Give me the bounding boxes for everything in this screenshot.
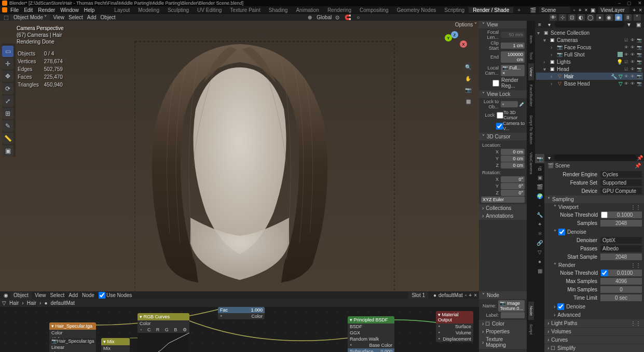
node-object-dropdown[interactable]: Object (10, 292, 32, 299)
outliner-search[interactable] (555, 21, 624, 27)
tab-facebuilder[interactable]: FaceBuilder (528, 80, 534, 111)
window-minimize[interactable]: – (618, 1, 621, 6)
startsample[interactable]: 2048 (600, 254, 642, 260)
node-imgtex2[interactable]: 📷 Hair_Specular.tga Linear Flat Repeat V… (49, 338, 96, 352)
orient-icon[interactable]: ⊕ (306, 14, 313, 21)
ws-sculpting[interactable]: Sculpting (163, 7, 193, 13)
mat-sphere-icon[interactable]: ● (433, 292, 436, 298)
ws-modeling[interactable]: Modeling (134, 7, 163, 13)
denoise-vp-section[interactable]: ˅ Denoise (544, 228, 644, 236)
node-color-header[interactable]: › ☐ Color (479, 320, 527, 328)
tool-rotate[interactable]: ⟳ (2, 83, 13, 94)
tab-view[interactable]: View (528, 63, 534, 80)
ptab-physics[interactable]: ⚛ (535, 229, 544, 238)
ws-layout[interactable]: Layout (110, 7, 134, 13)
node-tab-script[interactable]: Script (528, 320, 534, 339)
window-maximize[interactable]: ▢ (627, 1, 632, 6)
ol-cameras[interactable]: ▾▣Cameras☑👁📷 (536, 36, 643, 44)
localcam-value[interactable]: 📷 Full... × (501, 65, 525, 76)
euler-mode[interactable]: XYZ Euler (481, 196, 525, 203)
tool-select-box[interactable]: ▭ (2, 46, 13, 57)
editor-type-icon[interactable]: ⬚ (2, 14, 9, 21)
tool-transform[interactable]: ⊞ (2, 108, 13, 119)
tool-scale[interactable]: ⤢ (2, 95, 13, 107)
ptab-viewlayer[interactable]: ▣ (535, 173, 544, 182)
shader-editor-icon[interactable]: ◉ (2, 291, 9, 299)
menu-render[interactable]: Render (38, 7, 55, 13)
passes[interactable]: Albedo (600, 245, 642, 252)
bc-hair1[interactable]: Hair (9, 300, 19, 306)
minsamples[interactable]: 0 (600, 286, 642, 293)
orient-label[interactable]: Global (317, 15, 332, 20)
outliner-filter-icon[interactable]: ▼ (625, 21, 633, 28)
ptab-texture[interactable]: ▦ (535, 266, 544, 275)
node-view[interactable]: View (35, 292, 46, 298)
xray-icon[interactable]: ◐ (578, 14, 585, 21)
pause-icon[interactable]: ⏸ (624, 14, 632, 21)
mat-name[interactable]: defaultMat (439, 292, 463, 298)
denoiser[interactable]: OptiX (600, 237, 642, 244)
viewport-subsection[interactable]: ˅ Viewport⋮⋮ (544, 203, 644, 211)
vp-view[interactable]: View (53, 15, 64, 20)
tab-scriptbtn[interactable]: Script To Button (528, 111, 534, 148)
viewlayer-input[interactable] (598, 7, 629, 13)
node-name-value[interactable]: 📷 Image Texture.0... (498, 300, 525, 312)
ws-render[interactable]: Rendering (323, 7, 355, 13)
outliner-display-icon[interactable]: ▾ (545, 21, 553, 28)
cursor-x[interactable]: 0 cm (501, 149, 525, 155)
view-panel-header[interactable]: ˅ View (479, 21, 527, 29)
ol-hair[interactable]: ›▽Hair🔧▽👁👁📷 (536, 73, 643, 80)
tool-measure[interactable]: 📏 (2, 133, 13, 144)
node-select[interactable]: Select (50, 292, 64, 298)
outliner-new-coll-icon[interactable]: ▣ (635, 21, 642, 28)
menu-window[interactable]: Window (60, 7, 79, 13)
node-fac-row[interactable]: Fac1.000 Color (218, 307, 265, 319)
cursor-y[interactable]: 0 cm (501, 156, 525, 162)
ptab-render[interactable]: 📷 (535, 154, 544, 163)
vp-noise-check[interactable] (601, 212, 608, 218)
rot-x[interactable]: 0° (501, 176, 525, 182)
clipend-value[interactable]: 100000 cm (501, 51, 525, 63)
node-node[interactable]: Node (82, 292, 94, 298)
vp-select[interactable]: Select (68, 15, 83, 20)
rn-denoise-check[interactable] (557, 303, 564, 310)
sel-visibility-icon[interactable]: 👁 (550, 14, 557, 21)
node-matoutput[interactable]: ▾ Material Output Surface Volume Displac… (436, 311, 473, 342)
ws-comp[interactable]: Compositing (355, 7, 393, 13)
solid-icon[interactable]: ● (596, 14, 604, 21)
pan-icon[interactable]: ✋ (463, 74, 473, 83)
outliner-icon[interactable]: ≡ (536, 21, 543, 28)
ol-basehead[interactable]: ›▽Base Head▽👁👁📷 (536, 80, 643, 87)
wireframe-icon[interactable]: ◯ (587, 14, 594, 21)
featureset[interactable]: Supported (600, 179, 642, 186)
lockto-eyedrop-icon[interactable]: 💉 (519, 102, 525, 107)
tool-cursor[interactable]: ✛ (2, 58, 13, 69)
curves-section[interactable]: › Curves (544, 336, 644, 344)
rn-noise-check[interactable] (601, 270, 608, 276)
tab-item[interactable]: Item (528, 31, 534, 48)
lockto-value[interactable]: ▫ (501, 101, 518, 107)
lightpaths-section[interactable]: › Light Paths⋮⋮ (544, 319, 644, 327)
tab-tool[interactable]: Tool (528, 48, 534, 64)
ptab-mesh[interactable]: ▽ (535, 247, 544, 257)
rendered-icon[interactable]: ◉ (615, 14, 622, 21)
tool-add[interactable]: ▣ (2, 145, 13, 157)
mat-dup-icon[interactable]: ▫ (465, 292, 467, 298)
rot-z[interactable]: 0° (501, 190, 525, 196)
device[interactable]: GPU Compute (600, 188, 642, 194)
node-label-value[interactable] (501, 312, 525, 318)
ptab-world[interactable]: 🌍 (535, 191, 544, 201)
render-subsection[interactable]: ˅ Render⋮⋮ (544, 261, 644, 269)
lock-camview-check[interactable] (496, 123, 503, 130)
prop-scene-label[interactable]: Scene (555, 163, 570, 168)
timelimit[interactable]: 0 sec (600, 294, 642, 301)
use-nodes-check[interactable] (99, 292, 105, 299)
vp-object[interactable]: Object (101, 15, 116, 20)
menu-edit[interactable]: Edit (24, 7, 33, 13)
volumes-section[interactable]: › Volumes (544, 328, 644, 335)
ptab-scene[interactable]: 🎬 (535, 182, 544, 191)
ol-lights[interactable]: ›▣Lights💡☑👁📷 (536, 58, 643, 65)
render-engine[interactable]: Cycles (600, 171, 642, 178)
new-scene-icon[interactable]: + (579, 7, 582, 13)
node-mix[interactable]: ▾ Mix Mix Clamp (101, 338, 130, 352)
